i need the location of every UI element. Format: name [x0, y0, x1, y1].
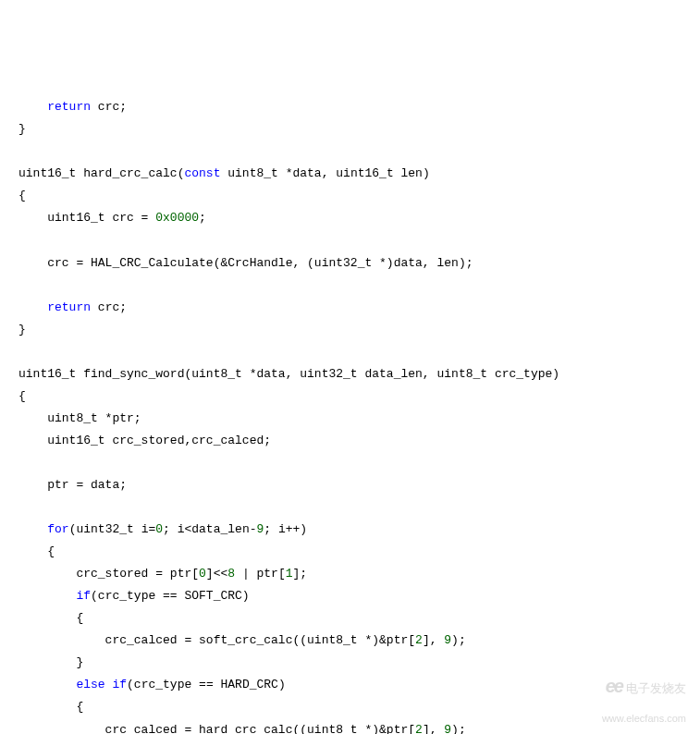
- watermark-cn: 电子发烧友: [626, 681, 686, 695]
- code-block: return crc; } uint16_t hard_crc_calc(con…: [18, 96, 682, 734]
- watermark-url: www.elecfans.com: [602, 713, 686, 724]
- watermark-logo: ee: [606, 674, 622, 698]
- watermark: ee电子发烧友 www.elecfans.com: [596, 661, 686, 725]
